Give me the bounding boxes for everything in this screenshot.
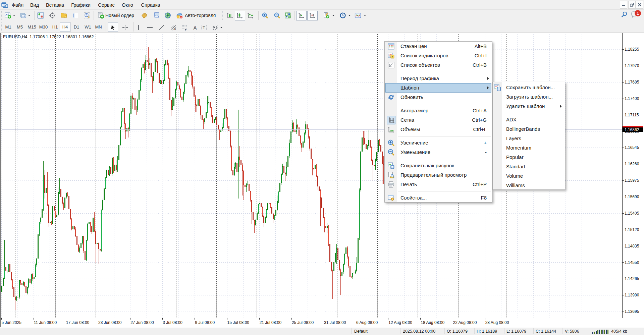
svg-text:17 Jun 08:00: 17 Jun 08:00 [66,320,90,325]
svg-text:1.17115: 1.17115 [625,113,639,117]
svg-text:1.17400: 1.17400 [625,96,639,101]
svg-text:25 Jul 08:00: 25 Jul 08:00 [292,320,314,325]
svg-text:A: A [194,25,197,31]
svg-text:EURUSD,H4 1.17006 1.17022 1.1: EURUSD,H4 1.17006 1.17022 1.16801 1.1686… [3,35,94,39]
svg-text:11 Jun 08:00: 11 Jun 08:00 [34,320,57,325]
svg-text:1.14835: 1.14835 [625,244,639,248]
svg-text:9 Jul 08:00: 9 Jul 08:00 [195,320,215,325]
svg-text:15 Jul 08:00: 15 Jul 08:00 [227,320,250,325]
svg-text:1.15405: 1.15405 [625,211,639,216]
svg-text:1.16862: 1.16862 [625,127,639,132]
svg-text:1.17685: 1.17685 [625,80,639,85]
svg-text:1.16260: 1.16260 [625,162,639,166]
svg-text:28 Aug 08:00: 28 Aug 08:00 [485,320,509,325]
svg-text:1.17970: 1.17970 [625,63,639,68]
svg-text:31 Jul 08:00: 31 Jul 08:00 [324,320,346,325]
svg-text:E: E [174,28,176,31]
svg-text:1.14265: 1.14265 [625,276,639,281]
svg-text:1.16545: 1.16545 [625,145,639,150]
svg-text:18 Aug 08:00: 18 Aug 08:00 [421,320,444,325]
svg-text:5 Jun 2025: 5 Jun 2025 [2,320,22,325]
svg-text:27 Jun 08:00: 27 Jun 08:00 [130,320,154,325]
svg-text:T: T [203,25,205,30]
svg-text:21 Jul 08:00: 21 Jul 08:00 [260,320,282,325]
svg-text:23 Jun 08:00: 23 Jun 08:00 [98,320,122,325]
svg-text:1.13695: 1.13695 [625,309,639,314]
svg-text:3 Jul 08:00: 3 Jul 08:00 [163,320,182,325]
svg-text:12 Aug 08:00: 12 Aug 08:00 [388,320,412,325]
svg-text:F: F [185,28,187,31]
svg-text:22 Aug 08:00: 22 Aug 08:00 [453,320,477,325]
svg-text:1.15690: 1.15690 [625,194,639,199]
svg-text:1.15975: 1.15975 [625,178,639,183]
svg-text:1.15120: 1.15120 [625,227,639,232]
svg-text:1.14550: 1.14550 [625,260,639,265]
svg-text:1.13980: 1.13980 [625,293,639,297]
svg-text:1.18255: 1.18255 [625,47,639,52]
svg-text:6 Aug 08:00: 6 Aug 08:00 [356,320,378,325]
